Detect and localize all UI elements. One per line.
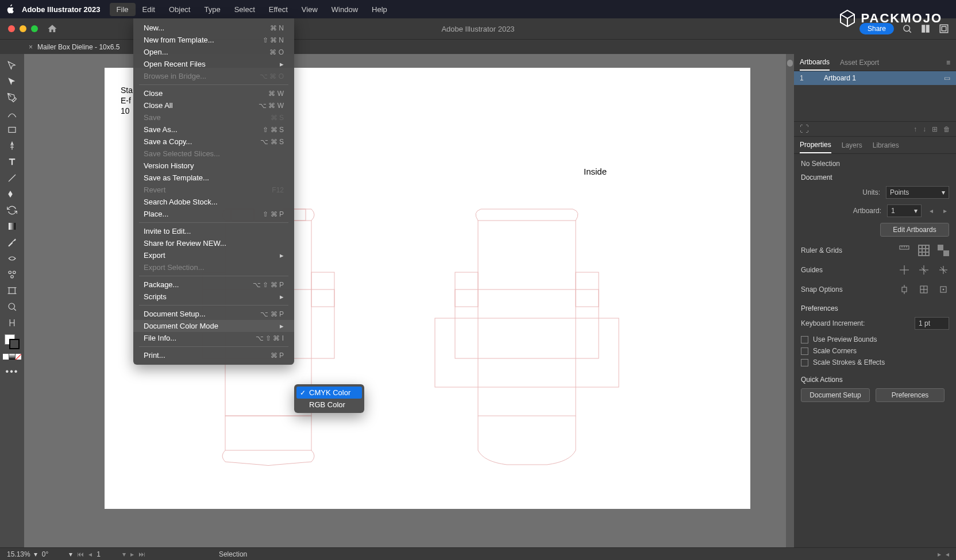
symbol-tool[interactable] — [4, 268, 20, 281]
snap-pixel-icon[interactable] — [938, 284, 949, 295]
menu-select[interactable]: Select — [228, 3, 262, 16]
dropdown-item-document-setup[interactable]: Document Setup...⌥ ⌘ P — [133, 308, 294, 320]
keyboard-increment-input[interactable] — [915, 317, 949, 330]
artboard-tool[interactable] — [4, 284, 20, 298]
new-artboard-icon[interactable]: ⊞ — [932, 125, 938, 133]
dropdown-item-open[interactable]: Open...⌘ O — [133, 46, 294, 58]
dropdown-item-new-from-template[interactable]: New from Template...⇧ ⌘ N — [133, 34, 294, 46]
artboard-select[interactable]: 1▾ — [887, 204, 922, 217]
line-tool[interactable] — [4, 171, 20, 185]
menu-file[interactable]: File — [110, 3, 136, 16]
dropdown-item-export[interactable]: Export▸ — [133, 249, 294, 261]
dropdown-item-package[interactable]: Package...⌥ ⇧ ⌘ P — [133, 279, 294, 291]
dropdown-item-search-adobe-stock[interactable]: Search Adobe Stock... — [133, 196, 294, 208]
nav-last-icon[interactable]: ⏭ — [138, 550, 145, 558]
direct-selection-tool[interactable] — [4, 75, 20, 88]
angle-chevron-icon[interactable]: ▾ — [69, 550, 72, 558]
artboard-nav-chevron-icon[interactable]: ▾ — [122, 550, 126, 558]
guides-lock-icon[interactable] — [918, 264, 930, 276]
scale-corners-checkbox[interactable]: Scale Corners — [801, 347, 949, 355]
document-setup-button[interactable]: Document Setup — [801, 388, 870, 402]
dropdown-item-save-a-copy[interactable]: Save a Copy...⌥ ⌘ S — [133, 136, 294, 148]
dropdown-item-place[interactable]: Place...⇧ ⌘ P — [133, 208, 294, 220]
tab-artboards[interactable]: Artboards — [800, 55, 830, 71]
rotate-tool[interactable] — [4, 203, 20, 217]
dropdown-item-save-as-template[interactable]: Save as Template... — [133, 172, 294, 184]
artboard-orientation-icon[interactable]: ▭ — [944, 74, 950, 82]
preferences-button[interactable]: Preferences — [876, 388, 945, 402]
panel-menu-icon[interactable]: ≡ — [946, 59, 950, 67]
tab-layers[interactable]: Layers — [842, 138, 862, 153]
menu-window[interactable]: Window — [325, 3, 365, 16]
menu-type[interactable]: Type — [197, 3, 227, 16]
type-tool[interactable] — [4, 155, 20, 169]
tab-close-icon[interactable]: × — [29, 43, 33, 51]
edit-artboards-button[interactable]: Edit Artboards — [880, 223, 949, 237]
smart-guides-icon[interactable] — [938, 264, 949, 276]
artboard-row[interactable]: 1 Artboard 1 ▭ — [794, 71, 956, 85]
fill-stroke-indicator[interactable] — [5, 334, 20, 349]
status-arrow-left-icon[interactable]: ◂ — [946, 550, 949, 558]
ruler-icon[interactable] — [899, 245, 910, 256]
dropdown-item-scripts[interactable]: Scripts▸ — [133, 291, 294, 303]
artboard-nav-number[interactable]: 1 — [97, 550, 101, 558]
dropdown-item-print[interactable]: Print...⌘ P — [133, 349, 294, 361]
dropdown-item-save-as[interactable]: Save As...⇧ ⌘ S — [133, 123, 294, 136]
tab-asset-export[interactable]: Asset Export — [840, 55, 879, 70]
nav-prev-icon[interactable]: ◂ — [88, 550, 92, 558]
rectangle-tool[interactable] — [4, 123, 20, 137]
transparency-grid-icon[interactable] — [938, 245, 949, 256]
swap-tool[interactable] — [4, 316, 20, 330]
tab-label[interactable]: Mailer Box Dieline - 10x6.5 — [37, 43, 119, 51]
shape-builder-tool[interactable] — [4, 187, 20, 201]
guides-show-icon[interactable] — [899, 264, 910, 276]
dropdown-item-close-all[interactable]: Close All⌥ ⌘ W — [133, 99, 294, 111]
move-down-icon[interactable]: ↓ — [923, 125, 926, 133]
dropdown-item-share-for-review-new[interactable]: Share for Review NEW... — [133, 237, 294, 249]
scrollbar-vertical[interactable] — [786, 54, 794, 547]
dropdown-item-file-info[interactable]: File Info...⌥ ⇧ ⌘ I — [133, 332, 294, 344]
close-window-button[interactable] — [8, 25, 15, 32]
brush-tool[interactable] — [4, 139, 20, 153]
delete-artboard-icon[interactable]: 🗑 — [943, 125, 950, 133]
dropdown-item-version-history[interactable]: Version History — [133, 160, 294, 172]
menu-object[interactable]: Object — [162, 3, 198, 16]
maximize-window-button[interactable] — [31, 25, 38, 32]
prev-artboard-icon[interactable]: ◂ — [927, 207, 935, 215]
dropdown-item-new[interactable]: New...⌘ N — [133, 22, 294, 34]
tab-libraries[interactable]: Libraries — [873, 138, 899, 153]
zoom-tool[interactable] — [4, 300, 20, 314]
nav-first-icon[interactable]: ⏮ — [77, 550, 84, 558]
tab-properties[interactable]: Properties — [800, 137, 831, 153]
status-arrow-right-icon[interactable]: ▸ — [938, 550, 941, 558]
zoom-level[interactable]: 15.13% — [7, 550, 30, 558]
menu-effect[interactable]: Effect — [262, 3, 295, 16]
gradient-tool[interactable] — [4, 219, 20, 233]
curvature-tool[interactable] — [4, 107, 20, 121]
dropdown-item-document-color-mode[interactable]: Document Color Mode▸ — [133, 320, 294, 332]
submenu-item-rgb-color[interactable]: RGB Color — [294, 399, 364, 411]
rotation-angle[interactable]: 0° — [42, 550, 48, 558]
menu-help[interactable]: Help — [365, 3, 394, 16]
blend-tool[interactable] — [4, 252, 20, 265]
scale-strokes-checkbox[interactable]: Scale Strokes & Effects — [801, 358, 949, 366]
menu-view[interactable]: View — [295, 3, 325, 16]
menu-edit[interactable]: Edit — [136, 3, 162, 16]
snap-point-icon[interactable] — [899, 284, 910, 295]
units-select[interactable]: Points▾ — [886, 186, 949, 199]
dropdown-item-open-recent-files[interactable]: Open Recent Files▸ — [133, 58, 294, 70]
selection-tool[interactable] — [4, 59, 20, 72]
dropdown-item-invite-to-edit[interactable]: Invite to Edit... — [133, 225, 294, 237]
dropdown-item-close[interactable]: Close⌘ W — [133, 87, 294, 99]
home-icon[interactable] — [47, 24, 57, 34]
pen-tool[interactable] — [4, 91, 20, 105]
grid-icon[interactable] — [918, 245, 930, 256]
submenu-item-cmyk-color[interactable]: ✓CMYK Color — [296, 387, 362, 399]
color-mode-row[interactable] — [3, 354, 21, 360]
snap-grid-icon[interactable] — [918, 284, 930, 295]
use-preview-bounds-checkbox[interactable]: Use Preview Bounds — [801, 335, 949, 343]
zoom-chevron-icon[interactable]: ▾ — [34, 550, 37, 558]
move-up-icon[interactable]: ↑ — [913, 125, 917, 133]
nav-next-icon[interactable]: ▸ — [130, 550, 134, 558]
minimize-window-button[interactable] — [20, 25, 26, 32]
